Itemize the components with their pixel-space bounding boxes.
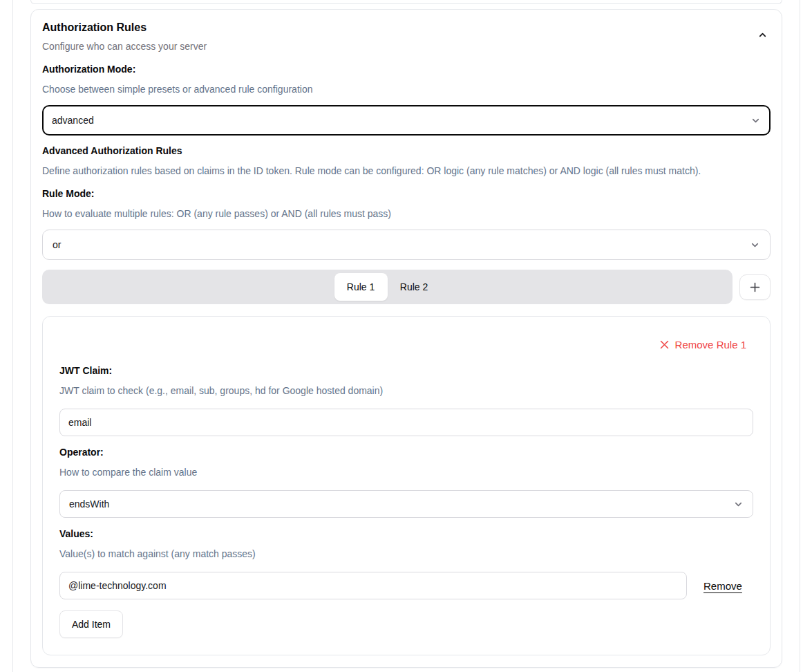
previous-card-edge <box>30 0 782 4</box>
chevron-up-icon <box>757 30 768 40</box>
page-subtitle: Configure who can access your server <box>42 39 207 53</box>
value-item-row: Remove <box>59 572 753 599</box>
chevron-down-icon <box>750 115 761 126</box>
jwt-claim-description: JWT claim to check (e.g., email, sub, gr… <box>59 384 753 398</box>
jwt-claim-input[interactable] <box>59 409 753 436</box>
collapse-section-button[interactable] <box>757 30 768 40</box>
plus-icon <box>750 282 760 292</box>
advanced-rules-description: Define authorization rules based on clai… <box>42 164 771 178</box>
card-header: Authorization Rules Configure who can ac… <box>42 21 771 53</box>
selected-value: advanced <box>52 115 94 126</box>
rule-mode-description: How to evaluate multiple rules: OR (any … <box>42 207 771 221</box>
operator-description: How to compare the claim value <box>59 465 753 479</box>
authorization-mode-label: Authorization Mode: <box>42 62 771 76</box>
advanced-rules-heading: Advanced Authorization Rules <box>42 144 771 158</box>
rule-tabs-list: Rule 1 Rule 2 <box>42 270 733 304</box>
rule-1-editor-card: Remove Rule 1 JWT Claim: JWT claim to ch… <box>42 316 771 655</box>
authorization-mode-select[interactable]: advanced <box>42 105 771 136</box>
chevron-down-icon <box>750 240 760 250</box>
remove-value-button[interactable]: Remove <box>703 580 742 592</box>
remove-rule-label: Remove Rule 1 <box>675 339 746 351</box>
selected-value: endsWith <box>69 498 109 510</box>
rule-mode-label: Rule Mode: <box>42 187 771 200</box>
tab-rule-1[interactable]: Rule 1 <box>334 273 388 301</box>
add-item-button[interactable]: Add Item <box>59 610 123 638</box>
authorization-rules-card: Authorization Rules Configure who can ac… <box>30 9 782 668</box>
values-description: Value(s) to match against (any match pas… <box>59 547 753 561</box>
rule-tabs-row: Rule 1 Rule 2 <box>42 270 771 304</box>
selected-value: or <box>53 239 61 250</box>
tab-rule-2[interactable]: Rule 2 <box>388 273 441 301</box>
remove-rule-button[interactable]: Remove Rule 1 <box>660 339 746 351</box>
add-rule-button[interactable] <box>739 274 771 300</box>
value-input[interactable] <box>59 572 687 599</box>
settings-panel: Authorization Rules Configure who can ac… <box>12 0 800 672</box>
page-title: Authorization Rules <box>42 21 207 35</box>
operator-select[interactable]: endsWith <box>59 490 753 518</box>
operator-label: Operator: <box>59 445 753 459</box>
chevron-down-icon <box>733 499 744 510</box>
authorization-mode-description: Choose between simple presets or advance… <box>42 82 771 96</box>
jwt-claim-label: JWT Claim: <box>59 364 753 377</box>
close-icon <box>660 340 669 349</box>
rule-mode-select[interactable]: or <box>42 230 771 260</box>
values-label: Values: <box>59 527 753 541</box>
